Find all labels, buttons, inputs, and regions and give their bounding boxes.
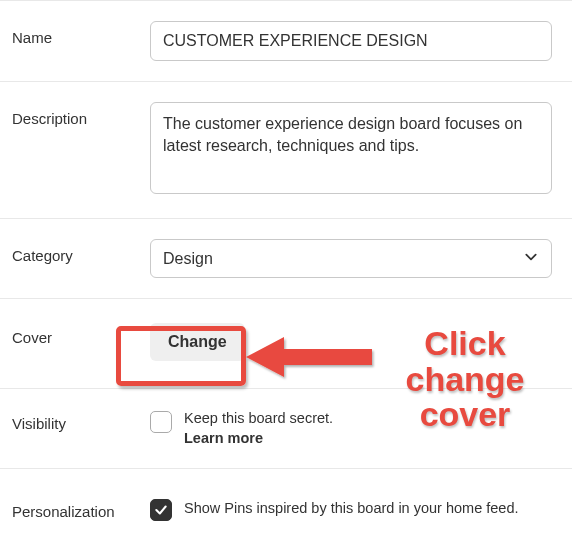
personalization-text: Show Pins inspired by this board in your…	[184, 499, 519, 519]
description-row: Description	[0, 81, 572, 218]
visibility-text-group: Keep this board secret. Learn more	[184, 409, 333, 448]
name-label: Name	[12, 21, 150, 46]
change-cover-button[interactable]: Change	[150, 323, 245, 361]
cover-row: Cover Change	[0, 298, 572, 388]
visibility-checkbox[interactable]	[150, 411, 172, 433]
category-row: Category Design	[0, 218, 572, 298]
visibility-row: Visibility Keep this board secret. Learn…	[0, 388, 572, 468]
personalization-checkbox[interactable]	[150, 499, 172, 521]
learn-more-link[interactable]: Learn more	[184, 430, 263, 446]
category-select[interactable]: Design	[150, 239, 552, 278]
name-row: Name	[0, 0, 572, 81]
description-label: Description	[12, 102, 150, 127]
category-field: Design	[150, 239, 560, 278]
name-input[interactable]	[150, 21, 552, 61]
visibility-label: Visibility	[12, 409, 150, 432]
description-textarea[interactable]	[150, 102, 552, 194]
category-label: Category	[12, 239, 150, 264]
name-field	[150, 21, 560, 61]
personalization-label: Personalization	[12, 497, 150, 520]
cover-label: Cover	[12, 323, 150, 346]
visibility-text: Keep this board secret.	[184, 410, 333, 426]
personalization-row: Personalization Show Pins inspired by th…	[0, 468, 572, 536]
description-field	[150, 102, 560, 198]
cover-field: Change	[150, 323, 560, 361]
